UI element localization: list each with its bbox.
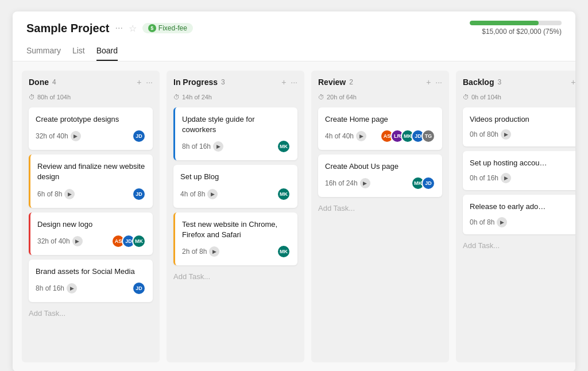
avatar-group: MK [277,140,291,153]
card-c12[interactable]: Release to early ado… 0h of 8h ▶ [463,195,575,234]
card-c1[interactable]: Create prototype designs 32h of 40h ▶ JD [29,107,153,150]
card-title: Videos production [470,114,575,125]
card-play-btn[interactable]: ▶ [501,129,511,140]
budget-bar-container [470,21,562,25]
avatar: JD [421,176,435,190]
column-title-area: Review 2 [318,78,353,87]
card-c6[interactable]: Set up Blog 4h of 8h ▶ MK [173,165,297,207]
avatar-group: JD [132,129,146,143]
card-footer: 2h of 8h ▶ MK [182,245,291,258]
tab-summary[interactable]: Summary [26,41,61,61]
card-play-btn[interactable]: ▶ [213,141,223,152]
card-time-label: 0h of 8h [470,218,494,226]
tab-board[interactable]: Board [96,41,118,61]
column-more-btn[interactable]: ··· [146,78,153,87]
tab-list[interactable]: List [72,41,85,61]
card-play-btn[interactable]: ▶ [356,131,366,141]
card-title: Brand assets for Social Media [36,266,146,277]
card-title: Create Home page [325,114,435,125]
avatar: MK [277,245,291,258]
card-c11[interactable]: Set up hosting accou… 0h of 16h ▶ [463,151,575,190]
card-play-btn[interactable]: ▶ [209,246,219,257]
card-play-btn[interactable]: ▶ [72,236,83,246]
avatar: MK [277,187,291,201]
clock-icon: ⏱ [173,94,180,101]
card-play-btn[interactable]: ▶ [501,173,511,183]
column-actions: + ··· [426,78,442,87]
card-time: 8h of 16h ▶ [182,141,223,152]
project-title-area: Sample Project ··· ☆ $ Fixed-fee [26,22,193,35]
add-task-btn-backlog[interactable]: Add Task... [463,239,575,252]
card-time-label: 16h of 24h [325,179,358,187]
add-task-btn-review[interactable]: Add Task... [318,202,442,215]
card-time: 0h of 80h ▶ [470,129,511,140]
card-time-label: 0h of 80h [470,130,498,138]
column-header-in-progress: In Progress 3 + ··· [173,78,297,87]
card-play-btn[interactable]: ▶ [360,178,370,188]
card-c7[interactable]: Test new website in Chrome, Firefox and … [173,212,297,265]
card-time: 4h of 40h ▶ [325,131,366,141]
card-title: Test new website in Chrome, Firefox and … [182,219,291,240]
star-icon[interactable]: ☆ [129,23,137,34]
column-time: 80h of 104h [37,94,71,101]
column-title: Review [318,78,346,87]
card-title: Create prototype designs [36,114,146,125]
card-c5[interactable]: Update style guide for coworkers 8h of 1… [173,107,297,160]
add-task-column-btn[interactable]: + [281,78,286,87]
column-count: 3 [497,78,501,86]
avatar-group: MKJD [411,176,435,190]
card-footer: 6h of 8h ▶ JD [37,187,146,201]
add-task-column-btn[interactable]: + [571,78,575,87]
card-c3[interactable]: Design new logo 32h of 40h ▶ ASJDMK [29,212,153,255]
column-more-btn[interactable]: ··· [435,78,442,87]
add-task-btn-in-progress[interactable]: Add Task... [173,270,297,283]
avatar-group: MK [277,245,291,258]
add-task-column-btn[interactable]: + [426,78,431,87]
card-footer: 0h of 8h ▶ [470,217,575,227]
card-c10[interactable]: Videos production 0h of 80h ▶ [463,107,575,146]
card-title: Create About Us page [325,161,435,172]
avatar: JD [132,187,146,201]
column-review: Review 2 + ··· ⏱ 20h of 64h Create Home … [311,71,449,362]
column-title: Done [29,78,49,87]
card-time: 2h of 8h ▶ [182,246,219,257]
card-title: Release to early ado… [470,202,575,212]
project-title: Sample Project [26,22,110,35]
column-count: 4 [52,78,56,86]
card-c2[interactable]: Review and finalize new website design 6… [29,154,153,207]
card-title: Set up Blog [180,172,291,182]
column-more-btn[interactable]: ··· [291,78,297,87]
clock-icon: ⏱ [318,94,324,101]
avatar-group: MK [277,187,291,201]
card-c8[interactable]: Create Home page 4h of 40h ▶ ASLRMKJDTG [318,107,442,150]
card-footer: 8h of 16h ▶ JD [36,281,146,295]
column-title-area: Backlog 3 [463,78,501,87]
column-meta: ⏱ 14h of 24h [173,94,297,101]
add-task-column-btn[interactable]: + [137,78,141,87]
dots-icon[interactable]: ··· [115,23,123,33]
column-actions: + ··· [281,78,297,87]
column-time: 20h of 64h [327,94,357,101]
card-c9[interactable]: Create About Us page 16h of 24h ▶ MKJD [318,154,442,197]
card-play-btn[interactable]: ▶ [497,217,507,227]
card-c4[interactable]: Brand assets for Social Media 8h of 16h … [29,260,153,302]
card-time: 8h of 16h ▶ [36,283,77,293]
card-time: 0h of 8h ▶ [470,217,507,227]
card-time-label: 32h of 40h [37,237,70,245]
column-header-done: Done 4 + ··· [29,78,153,87]
column-done: Done 4 + ··· ⏱ 80h of 104h Create protot… [22,71,160,362]
fixed-fee-badge: $ Fixed-fee [142,23,193,33]
add-task-btn-done[interactable]: Add Task... [29,307,153,320]
card-footer: 4h of 8h ▶ MK [180,187,291,201]
card-play-btn[interactable]: ▶ [207,189,218,199]
card-time-label: 0h of 16h [470,174,498,182]
card-play-btn[interactable]: ▶ [71,131,81,141]
avatar: MK [277,140,291,153]
card-time-label: 32h of 40h [36,132,68,140]
card-play-btn[interactable]: ▶ [67,283,77,293]
header: Sample Project ··· ☆ $ Fixed-fee $15,000… [13,11,575,61]
budget-area: $15,000 of $20,000 (75%) [470,21,562,36]
card-footer: 4h of 40h ▶ ASLRMKJDTG [325,129,435,143]
card-play-btn[interactable]: ▶ [64,189,75,199]
card-time-label: 4h of 40h [325,132,354,140]
